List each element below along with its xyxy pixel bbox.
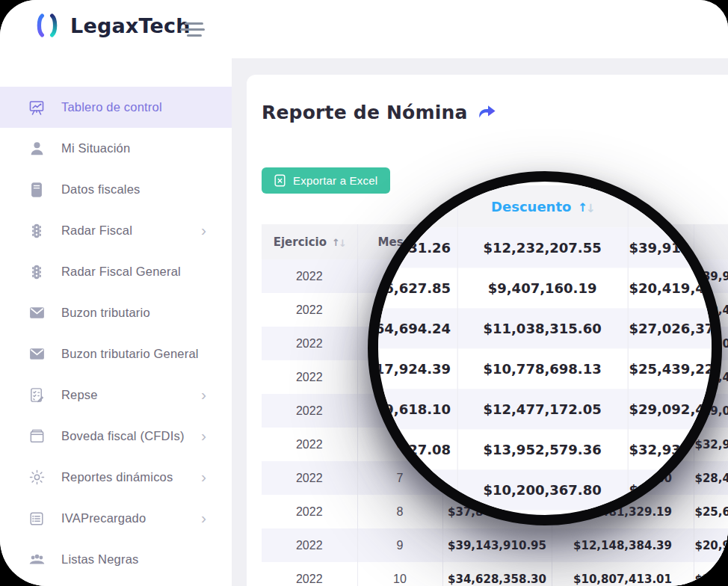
cell-mes: 9 xyxy=(357,528,442,562)
sidebar-item-label: Datos fiscales xyxy=(61,182,141,197)
sidebar: Tablero de controlMi SituaciónDatos fisc… xyxy=(0,58,232,586)
cell-col-5: $25,683,147.09 xyxy=(694,495,728,528)
mail-icon xyxy=(27,303,46,323)
menu-toggle-icon[interactable] xyxy=(180,22,206,37)
app-window: Reporte de Nómina Exportar a E xyxy=(0,0,728,586)
sidebar-item-label: Radar Fiscal General xyxy=(61,265,181,279)
cell-col-5: $20,915,328.46 xyxy=(694,528,728,562)
chevron-right-icon: › xyxy=(201,221,206,237)
export-excel-button[interactable]: Exportar a Excel xyxy=(262,167,390,194)
sidebar-item-label: Repse xyxy=(61,388,98,402)
column-header-col-5[interactable] xyxy=(694,224,728,259)
cell-ejercicio: 2022 xyxy=(262,360,357,394)
sidebar-item-buzon-tributario[interactable]: Buzon tributario xyxy=(0,292,232,333)
brand-logo-icon xyxy=(31,12,63,39)
magnifier-content: Ejercicio↑↓Mes↑↓↑↓Descuento↑↓ 20221$36,1… xyxy=(378,182,712,515)
column-header-label: Ejercicio xyxy=(274,235,327,249)
chevron-right-icon: › xyxy=(201,468,206,484)
sidebar-item-label: IVAPrecargado xyxy=(61,511,146,525)
chevron-right-icon: › xyxy=(201,427,206,442)
sidebar-item-boveda-fiscal-cfdis[interactable]: Boveda fiscal (CFDIs)› xyxy=(0,416,232,457)
page-title: Reporte de Nómina xyxy=(262,102,497,123)
traffic-light-icon xyxy=(27,221,46,241)
brand-logo[interactable]: LegaxTech xyxy=(31,12,191,39)
sidebar-item-label: Listas Negras xyxy=(61,552,138,567)
sidebar-item-label: Boveda fiscal (CFDIs) xyxy=(61,429,185,443)
sidebar-item-label: Tablero de control xyxy=(61,100,162,114)
cell-ejercicio: 2022 xyxy=(262,394,357,428)
sidebar-item-datos-fiscales[interactable]: Datos fiscales xyxy=(0,169,232,210)
cell-ejercicio: 2022 xyxy=(262,293,357,327)
cell-col-5: $28,471,902.14 xyxy=(694,461,728,495)
sidebar-item-tablero-de-control[interactable]: Tablero de control xyxy=(0,87,232,128)
cell-ejercicio: 2022 xyxy=(262,461,357,495)
cell-descuento: $10,807,413.01 xyxy=(552,562,694,586)
dashboard-icon xyxy=(27,98,46,117)
sort-icon[interactable]: ↑↓ xyxy=(332,237,345,248)
brand-name: LegaxTech xyxy=(70,14,191,37)
sidebar-nav: Tablero de controlMi SituaciónDatos fisc… xyxy=(0,87,232,580)
user-icon xyxy=(27,139,46,158)
cell-descuento: $12,148,384.39 xyxy=(552,528,694,562)
archive-icon xyxy=(27,427,46,446)
sidebar-item-label: Radar Fiscal xyxy=(61,223,132,238)
excel-file-icon xyxy=(274,174,286,187)
cell-mes: 10 xyxy=(357,562,442,586)
sidebar-item-label: Buzon tributario xyxy=(61,306,150,320)
list-icon xyxy=(27,509,46,528)
checklist-icon xyxy=(27,386,46,405)
sidebar-item-label: Reportes dinámicos xyxy=(61,470,173,484)
cell-ejercicio: 2022 xyxy=(262,327,357,360)
sidebar-item-reportes-dinamicos[interactable]: Reportes dinámicos› xyxy=(0,457,232,498)
cell-mes: 8 xyxy=(357,495,442,528)
traffic-light-icon xyxy=(27,262,46,282)
chevron-right-icon: › xyxy=(201,509,206,525)
chevron-right-icon: › xyxy=(201,386,206,401)
cell-ejercicio: 2022 xyxy=(262,259,357,293)
table-row: 20229$39,143,910.95$12,148,384.39$20,915… xyxy=(262,528,728,562)
sidebar-item-radar-fiscal-general[interactable]: Radar Fiscal General xyxy=(0,251,232,292)
cell-col-3: $34,628,358.30 xyxy=(442,562,552,586)
cell-ejercicio: 2022 xyxy=(262,562,357,586)
mail-icon xyxy=(27,345,46,364)
magnifier-lens: Ejercicio↑↓Mes↑↓↑↓Descuento↑↓ 20221$36,1… xyxy=(368,171,722,525)
column-header-ejercicio[interactable]: Ejercicio↑↓ xyxy=(262,224,357,259)
table-row: 202210$34,628,358.30$10,807,413.01$24,10… xyxy=(262,562,728,586)
book-icon xyxy=(27,180,46,200)
top-bar: LegaxTech xyxy=(0,0,728,58)
gear-icon xyxy=(27,468,46,487)
sidebar-item-repse[interactable]: Repse› xyxy=(0,374,232,416)
sidebar-item-buzon-tributario-general[interactable]: Buzon tributario General xyxy=(0,333,232,374)
cell-col-3: $39,143,910.95 xyxy=(442,528,552,562)
sidebar-item-radar-fiscal[interactable]: Radar Fiscal› xyxy=(0,210,232,251)
export-excel-label: Exportar a Excel xyxy=(293,174,377,187)
cell-ejercicio: 2022 xyxy=(262,528,357,562)
sidebar-item-label: Mi Situación xyxy=(61,141,130,155)
share-arrow-icon[interactable] xyxy=(477,104,497,121)
sidebar-item-listas-negras[interactable]: Listas Negras xyxy=(0,539,232,580)
page-title-text: Reporte de Nómina xyxy=(262,102,468,123)
sidebar-item-label: Buzon tributario General xyxy=(61,347,199,361)
sidebar-item-iva-precargado[interactable]: IVAPrecargado› xyxy=(0,498,232,539)
sidebar-item-mi-situacion[interactable]: Mi Situación xyxy=(0,128,232,169)
cell-ejercicio: 2022 xyxy=(262,495,357,528)
users-icon xyxy=(27,550,46,570)
cell-ejercicio: 2022 xyxy=(262,428,357,461)
cell-col-5: $24,108,776.52 xyxy=(694,562,728,586)
